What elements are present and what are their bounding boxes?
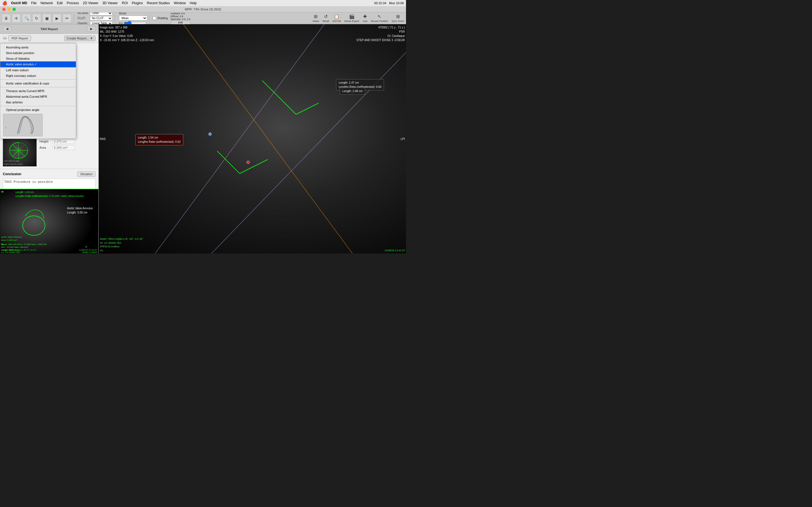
toolbar-btn-refresh[interactable]: ↻ bbox=[32, 14, 41, 23]
pdf-report-button[interactable]: PDF Report bbox=[8, 36, 31, 41]
mpr-bottom-left: Zoom: 785% Angles L-R: -40°, S-I: 52° Im… bbox=[100, 237, 143, 252]
svg-line-15 bbox=[240, 159, 268, 173]
toolbar-btn-crosshair[interactable]: ✛ bbox=[12, 14, 21, 23]
dropdown-annulus[interactable]: Aortic valve annulus ✓ bbox=[0, 61, 76, 67]
bottom-strip-point: P bbox=[86, 245, 87, 248]
height-input bbox=[52, 139, 75, 144]
reset-button[interactable]: ↺ Reset bbox=[322, 14, 329, 22]
tavi-header: ◀ TAVI Report ▶ bbox=[0, 24, 98, 34]
toolbar-btn-movie[interactable]: ▶ bbox=[52, 14, 61, 23]
mpr-tooltip-2: Length: 2.48 cm bbox=[340, 88, 365, 95]
clut-select[interactable]: No CLUT bbox=[90, 16, 112, 20]
window-title: MPR: 73% iDose (3) (502) bbox=[185, 8, 221, 11]
mpr-bottom-right: 11/09/15 11:41:07 bbox=[384, 249, 405, 252]
nav-next-button[interactable]: ▶ bbox=[87, 26, 96, 32]
height-label: Height bbox=[40, 140, 51, 143]
mpr-coords: X: -15.81 mm Y: 108.33 mm Z: -118.63 mm bbox=[100, 38, 154, 42]
menu-item-network[interactable]: Network bbox=[41, 1, 53, 5]
bottom-strip-minmax: Min: -30.000 Max: 606.000 bbox=[1, 246, 28, 248]
anatomical-thumbnail: ◁ bbox=[3, 114, 43, 136]
svg-point-6 bbox=[18, 140, 30, 150]
window-controls[interactable] bbox=[2, 8, 16, 11]
bottom-strip: Length: 2.28 cm Lengths Ratio (self/sele… bbox=[0, 189, 98, 253]
dropdown-right-coronary[interactable]: Right coronary ostium bbox=[0, 73, 76, 78]
minimize-button[interactable] bbox=[7, 8, 11, 11]
clut-label: CLUT: bbox=[78, 17, 89, 20]
sync-zoom-button[interactable]: ⊞ Sync Zoom bbox=[391, 14, 404, 22]
dictation-button[interactable]: Dictation bbox=[77, 171, 96, 177]
dropdown-sep-3 bbox=[0, 106, 76, 106]
bottom-strip-ir: IR bbox=[1, 243, 3, 245]
dropdown-ascending[interactable]: Ascending aorta bbox=[0, 45, 76, 50]
axis-button[interactable]: ✚ Axis bbox=[363, 14, 367, 22]
menu-item-plugins[interactable]: Plugins bbox=[132, 1, 143, 5]
shading-label: Shading bbox=[157, 17, 168, 20]
ct-overlay-text: Left-click to panRight-click to zoom bbox=[4, 160, 23, 166]
shading-checkbox[interactable] bbox=[153, 16, 156, 20]
right-panel[interactable]: Image size: 357 x 388 WL: 263 WW: 1275 X… bbox=[99, 24, 406, 253]
menu-item-file[interactable]: File bbox=[31, 1, 36, 5]
menu-item-3d[interactable]: 3D Viewer bbox=[102, 1, 118, 5]
dicom-button[interactable]: 📋 DICOM bbox=[333, 14, 341, 22]
menu-item-recent[interactable]: Recent Studies bbox=[147, 1, 170, 5]
apple-logo-icon[interactable]: 🍎 bbox=[2, 1, 7, 5]
report-buttons: 🗂 PDF Report Create Report... ▼ bbox=[0, 34, 98, 43]
mpr-pos: X: 0 px Y: 0 px Value: 0.00 bbox=[100, 34, 154, 38]
mpr-label-psr: PSR bbox=[356, 30, 405, 34]
edit-lighting-button[interactable]: Edit bbox=[170, 20, 191, 24]
anatomical-svg: ◁ bbox=[3, 114, 43, 136]
mpr-top-right: 470902 ( 71 y , 71 y ) PSR Ct: Cardiaque… bbox=[356, 25, 405, 42]
tooltip1-line1: Length: 1.47 cm bbox=[339, 80, 382, 85]
menu-item-osirix[interactable]: OsiriX MD bbox=[11, 1, 27, 5]
tooltip2-line1: Length: 2.48 cm bbox=[342, 89, 363, 93]
dropdown-menu[interactable]: Ascending aorta Sino-tubular junction Si… bbox=[0, 43, 76, 139]
mpr-scan-info: STEP AND SHOOT IDOSE 3 -COEUR bbox=[356, 38, 405, 42]
diffuse-value: Diffuse: 0.6 bbox=[170, 15, 191, 18]
toolbar-btn-monitor[interactable]: 🖥 bbox=[2, 14, 11, 23]
conclusion-title: Conclusion bbox=[3, 172, 21, 176]
main-content: ◀ TAVI Report ▶ 🗂 PDF Report Create Repo… bbox=[0, 24, 406, 253]
menu-item-roi[interactable]: ROI bbox=[122, 1, 128, 5]
lighting-area: Ambiant: 0.5 Diffuse: 0.6 Specular: 0.6,… bbox=[170, 12, 191, 24]
views-button[interactable]: ⊞ Views bbox=[312, 14, 319, 22]
menu-item-2d[interactable]: 2D Viewer bbox=[83, 1, 98, 5]
dropdown-iliac[interactable]: Iliac arteries bbox=[0, 100, 76, 105]
tooltip3-line2: Lengths Ratio (self/selected): 0.62 bbox=[138, 140, 181, 144]
svg-line-14 bbox=[217, 151, 240, 173]
svg-line-13 bbox=[296, 103, 319, 114]
menu-item-process[interactable]: Process bbox=[66, 1, 79, 5]
dropdown-optimal[interactable]: Optimal projection angle bbox=[0, 107, 76, 113]
titlebar: MPR: 73% iDose (3) (502) bbox=[0, 6, 406, 12]
dropdown-sino[interactable]: Sino-tubular junction bbox=[0, 50, 76, 56]
create-report-button[interactable]: Create Report... ▼ bbox=[64, 36, 96, 41]
conclusion-header: Conclusion Dictation bbox=[3, 171, 96, 177]
menu-item-help[interactable]: Help bbox=[190, 1, 197, 5]
mode-select[interactable]: Mean MIP MinIP bbox=[119, 15, 147, 20]
dropdown-thoracic[interactable]: Thoracic aorta Curved MPR bbox=[0, 88, 76, 94]
dropdown-sep-1 bbox=[0, 79, 76, 80]
toolbar-btn-window[interactable]: ▣ bbox=[42, 14, 51, 23]
toolbar-sep-2 bbox=[114, 14, 115, 22]
height-row: Height bbox=[40, 139, 75, 144]
dropdown-sinus[interactable]: Sinus of Valsalva bbox=[0, 56, 76, 61]
toolbar-btn-tool[interactable]: ✏ bbox=[63, 14, 71, 23]
menu-item-edit[interactable]: Edit bbox=[57, 1, 63, 5]
bottom-strip-annulus-label: Aortic Valve Annulus Length: 3.00 cm bbox=[67, 206, 93, 215]
mpr-zoom-info: Zoom: 785% Angles L-R: -40°, S-I: 52° bbox=[100, 237, 143, 241]
fullscreen-button[interactable] bbox=[12, 8, 16, 11]
dropdown-abdominal[interactable]: Abdominal aorta Curved MPR bbox=[0, 94, 76, 100]
toolbar-btn-magnify[interactable]: 🔍 bbox=[22, 14, 31, 23]
menu-item-window[interactable]: Window bbox=[174, 1, 186, 5]
mode-area: Mode: Mean MIP MinIP 0.2 bbox=[119, 12, 147, 24]
mpr-date: 11/09/15 11:41:07 bbox=[384, 249, 405, 252]
mouse-position-button[interactable]: ↖ Mouse Position bbox=[371, 14, 388, 22]
close-button[interactable] bbox=[2, 8, 6, 11]
svg-text:◁: ◁ bbox=[5, 126, 6, 128]
tavi-title: TAVI Report bbox=[13, 27, 85, 31]
movie-export-button[interactable]: 🎬 Movie Export bbox=[344, 14, 359, 22]
nav-prev-button[interactable]: ◀ bbox=[3, 26, 11, 32]
area-label: Area bbox=[40, 146, 51, 149]
dropdown-calcification[interactable]: Aortic valve calcification & cups bbox=[0, 80, 76, 86]
bottom-strip-series: Im: 1/1 Series: 502 bbox=[1, 251, 20, 253]
dropdown-left-main[interactable]: Left main ostium bbox=[0, 67, 76, 73]
